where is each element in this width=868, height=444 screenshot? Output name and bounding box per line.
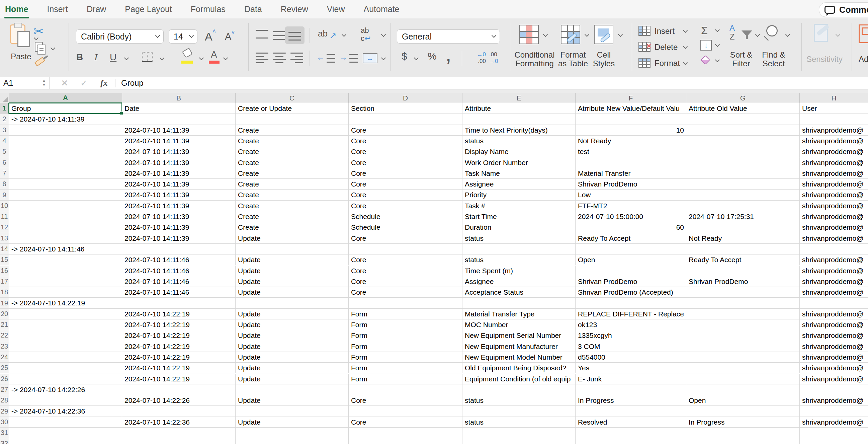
cell-C19[interactable] (236, 298, 349, 308)
cell-B19[interactable] (122, 298, 236, 308)
row-header-28[interactable]: 28 (0, 395, 9, 406)
cell-F10[interactable]: FTF-MT2 (576, 201, 686, 211)
cell-F2[interactable] (576, 114, 686, 124)
cell-E22[interactable]: New Equipment Serial Number (462, 330, 576, 341)
cell-A9[interactable] (9, 189, 122, 200)
cell-F4[interactable]: Not Ready (576, 136, 686, 146)
cell-H1[interactable]: User (800, 103, 868, 114)
cell-G21[interactable] (686, 320, 800, 330)
cell-F31[interactable] (576, 427, 686, 438)
cell-F28[interactable]: In Progress (576, 395, 686, 406)
row-header-20[interactable]: 20 (0, 309, 9, 320)
cell-D5[interactable]: Core (349, 146, 462, 157)
align-middle-button[interactable] (273, 31, 286, 40)
row-header-16[interactable]: 16 (0, 266, 9, 276)
cell-H18[interactable]: shrivanproddemo@ (800, 287, 868, 298)
row-header-13[interactable]: 13 (0, 233, 9, 244)
cell-B18[interactable]: 2024-07-10 14:11:46 (122, 287, 236, 298)
cell-H7[interactable]: shrivanproddemo@ (800, 168, 868, 179)
cell-H21[interactable]: shrivanproddemo@ (800, 320, 868, 330)
select-all-corner[interactable] (0, 93, 9, 103)
cell-B21[interactable]: 2024-07-10 14:22:19 (122, 320, 236, 330)
cell-A30[interactable] (9, 417, 122, 427)
cell-F24[interactable]: d554000 (576, 352, 686, 363)
tab-formulas[interactable]: Formulas (190, 3, 226, 16)
cell-D14[interactable] (349, 244, 462, 255)
cell-D6[interactable]: Core (349, 157, 462, 168)
increase-font-button[interactable]: A˄ (205, 28, 216, 43)
cell-G18[interactable] (686, 287, 800, 298)
cell-F7[interactable]: Material Transfer (576, 168, 686, 179)
cell-E17[interactable]: Assignee (462, 276, 576, 287)
cell-C4[interactable]: Create (236, 136, 349, 146)
cell-H28[interactable]: shrivanproddemo@ (800, 395, 868, 406)
cell-E15[interactable]: status (462, 255, 576, 265)
cell-C16[interactable]: Update (236, 266, 349, 276)
cell-H3[interactable]: shrivanproddemo@ (800, 125, 868, 136)
cell-H29[interactable] (800, 406, 868, 417)
cell-F14[interactable] (576, 244, 686, 255)
font-size-select[interactable]: 14 (169, 29, 197, 43)
tab-draw[interactable]: Draw (86, 3, 107, 16)
cut-button[interactable]: ✂ (33, 25, 43, 38)
cell-C11[interactable]: Create (236, 211, 349, 222)
cell-D23[interactable]: Form (349, 341, 462, 352)
row-header-21[interactable]: 21 (0, 320, 9, 330)
cell-B12[interactable]: 2024-07-10 14:11:39 (122, 222, 236, 233)
cell-G5[interactable] (686, 146, 800, 157)
cell-E14[interactable] (462, 244, 576, 255)
cell-D17[interactable]: Core (349, 276, 462, 287)
cell-A1[interactable]: Group (9, 103, 122, 114)
cell-C5[interactable]: Create (236, 146, 349, 157)
bold-button[interactable]: B (76, 52, 83, 63)
cell-F6[interactable] (576, 157, 686, 168)
row-header-22[interactable]: 22 (0, 330, 9, 341)
cell-A4[interactable] (9, 136, 122, 146)
cell-E5[interactable]: Display Name (462, 146, 576, 157)
cell-E32[interactable] (462, 438, 576, 444)
cell-G24[interactable] (686, 352, 800, 363)
cell-B27[interactable] (122, 384, 236, 395)
cell-G1[interactable]: Attribute Old Value (686, 103, 800, 114)
cell-F17[interactable]: Shrivan ProdDemo (576, 276, 686, 287)
cell-D18[interactable]: Core (349, 287, 462, 298)
cell-D25[interactable]: Form (349, 363, 462, 373)
cell-H17[interactable]: shrivanproddemo@ (800, 276, 868, 287)
cell-B24[interactable]: 2024-07-10 14:22:19 (122, 352, 236, 363)
column-header-F[interactable]: F (576, 93, 686, 103)
cell-H10[interactable]: shrivanproddemo@ (800, 201, 868, 211)
cell-E26[interactable]: Equipment Condition (of old equip (462, 374, 576, 384)
cell-C8[interactable]: Create (236, 179, 349, 189)
cell-F3[interactable]: 10 (576, 125, 686, 136)
cell-E18[interactable]: Acceptance Status (462, 287, 576, 298)
cell-G15[interactable]: Ready To Accept (686, 255, 800, 265)
row-header-11[interactable]: 11 (0, 211, 9, 222)
row-header-5[interactable]: 5 (0, 146, 9, 157)
cell-C12[interactable]: Create (236, 222, 349, 233)
cell-D27[interactable] (349, 384, 462, 395)
cell-E30[interactable]: status (462, 417, 576, 427)
row-header-29[interactable]: 29 (0, 406, 9, 417)
cell-E10[interactable]: Task # (462, 201, 576, 211)
cell-C20[interactable]: Update (236, 309, 349, 320)
cell-F20[interactable]: REPLACE DIFFERENT - Replace eq (576, 309, 686, 320)
column-header-H[interactable]: H (800, 93, 868, 103)
column-header-D[interactable]: D (349, 93, 462, 103)
cell-G29[interactable] (686, 406, 800, 417)
cell-G11[interactable]: 2024-07-10 17:25:31 (686, 211, 800, 222)
cell-F30[interactable]: Resolved (576, 417, 686, 427)
tab-page-layout[interactable]: Page Layout (124, 3, 172, 16)
cell-H30[interactable]: shrivanproddemo@ (800, 417, 868, 427)
cell-B3[interactable]: 2024-07-10 14:11:39 (122, 125, 236, 136)
cell-B5[interactable]: 2024-07-10 14:11:39 (122, 146, 236, 157)
cell-G16[interactable] (686, 266, 800, 276)
row-header-24[interactable]: 24 (0, 352, 9, 363)
cell-C29[interactable] (236, 406, 349, 417)
align-bottom-button[interactable] (288, 32, 301, 40)
cell-G28[interactable]: Open (686, 395, 800, 406)
cell-G8[interactable] (686, 179, 800, 189)
cell-D12[interactable]: Schedule (349, 222, 462, 233)
cell-H23[interactable]: shrivanproddemo@ (800, 341, 868, 352)
cell-B16[interactable]: 2024-07-10 14:11:46 (122, 266, 236, 276)
cell-A21[interactable] (9, 320, 122, 330)
